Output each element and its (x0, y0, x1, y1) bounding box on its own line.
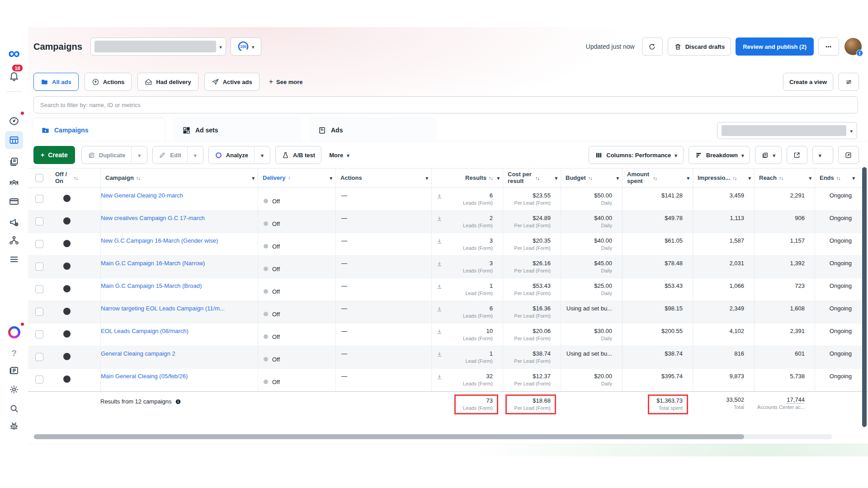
chevron-down-icon[interactable] (252, 175, 255, 182)
checkbox[interactable] (35, 375, 43, 384)
checkbox[interactable] (35, 263, 43, 271)
campaign-link[interactable]: New General Cleaing 20-march (101, 192, 250, 199)
discard-drafts-button[interactable]: Discard drafts (668, 38, 731, 56)
col-delivery[interactable]: Delivery (258, 169, 335, 188)
col-actions[interactable]: Actions (335, 169, 431, 188)
col-impressions[interactable]: Impressio... (693, 169, 754, 188)
row-select[interactable] (28, 346, 51, 368)
search-input[interactable] (33, 96, 858, 113)
col-off-on[interactable]: Off / On (51, 169, 100, 188)
col-budget[interactable]: Budget (561, 169, 622, 188)
updates-news-icon[interactable] (5, 361, 23, 380)
col-reach[interactable]: Reach (754, 169, 815, 188)
report-bug-icon[interactable] (5, 417, 23, 435)
row-select[interactable] (28, 278, 51, 300)
campaign-link[interactable]: EOL Leads Campaign (08/march) (101, 328, 250, 334)
see-more-button[interactable]: + See more (269, 78, 303, 86)
more-options-button[interactable] (818, 38, 839, 56)
settings-gear-icon[interactable] (5, 380, 23, 399)
filter-chip-actions[interactable]: Actions (85, 73, 132, 91)
create-button[interactable]: + Create (33, 146, 75, 164)
tab-ads[interactable]: Ads (310, 118, 436, 142)
help-icon[interactable]: ? (5, 344, 23, 362)
header-select-all[interactable] (28, 169, 51, 188)
chevron-down-icon[interactable] (687, 175, 689, 182)
more-menu-button[interactable]: More (329, 152, 349, 159)
info-icon[interactable] (175, 399, 181, 405)
campaign-link[interactable]: Narrow targeting EOL Leads Campaign (11/… (101, 305, 250, 312)
search-bubble-icon[interactable] (5, 399, 23, 418)
all-tools-menu-icon[interactable] (5, 250, 23, 268)
refresh-button[interactable] (642, 38, 663, 56)
download-icon[interactable] (432, 282, 445, 300)
campaign-link[interactable]: Main General Cleaing (05/feb/26) (101, 373, 250, 380)
col-cost-per-result[interactable]: Cost per result (503, 169, 561, 188)
open-in-charts-button[interactable] (838, 146, 859, 164)
ab-test-button[interactable]: A/B test (275, 146, 321, 164)
col-ends[interactable]: Ends (815, 169, 858, 188)
chevron-down-icon[interactable] (809, 175, 811, 182)
meta-logo-icon[interactable]: ∞ (8, 45, 20, 61)
download-icon[interactable] (432, 328, 445, 346)
checkbox[interactable] (35, 285, 43, 293)
download-icon[interactable] (432, 350, 445, 368)
download-icon[interactable] (432, 237, 445, 255)
download-icon[interactable] (432, 260, 445, 278)
duplicate-dropdown[interactable] (131, 146, 147, 164)
account-overview-gauge-icon[interactable] (5, 112, 23, 130)
audiences-icon[interactable] (5, 174, 23, 192)
filter-chip-active-ads[interactable]: Active ads (204, 73, 259, 91)
checkbox[interactable] (35, 240, 43, 248)
row-select[interactable] (28, 324, 51, 346)
ad-account-selector[interactable] (90, 38, 226, 56)
saved-view-selector[interactable] (717, 122, 857, 139)
campaign-link[interactable]: Main G.C Campaign 16-March (Narrow) (101, 260, 250, 267)
download-icon[interactable] (432, 305, 445, 323)
avatar[interactable]: f (844, 38, 862, 55)
download-icon[interactable] (432, 215, 445, 233)
filter-chip-had-delivery[interactable]: Had delivery (137, 73, 198, 91)
checkbox[interactable] (35, 330, 43, 338)
campaign-link[interactable]: Main G.C Campaign 15-March (Broad) (101, 282, 250, 289)
breakdown-button[interactable]: Breakdown (689, 146, 750, 164)
chevron-down-icon[interactable] (330, 175, 332, 182)
checkbox[interactable] (35, 195, 43, 203)
checkbox[interactable] (35, 217, 43, 225)
horizontal-scrollbar-track[interactable] (34, 434, 832, 439)
campaign-link[interactable]: General Cleaing campaign 2 (101, 350, 250, 357)
export-options-dropdown[interactable] (812, 146, 833, 164)
edit-button[interactable]: Edit (152, 146, 187, 164)
horizontal-scrollbar-thumb[interactable] (34, 434, 744, 439)
review-and-publish-button[interactable]: Review and publish (2) (736, 38, 814, 56)
analyze-button[interactable]: Analyze (208, 146, 254, 164)
reports-button[interactable] (755, 146, 782, 164)
row-select[interactable] (28, 188, 51, 210)
chevron-down-icon[interactable] (616, 175, 619, 182)
row-select[interactable] (28, 369, 51, 391)
row-select[interactable] (28, 301, 51, 323)
filter-chip-all-ads[interactable]: All ads (33, 73, 79, 91)
chevron-down-icon[interactable] (425, 175, 428, 182)
campaign-link[interactable]: New creatives Campaign G.C 17-march (101, 215, 250, 221)
view-settings-button[interactable] (838, 73, 859, 91)
checkbox[interactable] (35, 353, 43, 361)
sidebar-item-campaigns[interactable] (5, 131, 23, 149)
events-hierarchy-icon[interactable] (5, 231, 23, 249)
col-campaign[interactable]: Campaign (100, 169, 258, 188)
chevron-down-icon[interactable] (852, 175, 855, 182)
campaign-link[interactable]: New G.C Campaign 16-March (Gender wise) (101, 237, 250, 244)
create-a-view-button[interactable]: Create a view (783, 73, 833, 91)
chevron-down-icon[interactable] (748, 175, 751, 182)
columns-button[interactable]: Columns: Performance (589, 146, 684, 164)
tab-ad-sets[interactable]: Ad sets (174, 118, 301, 142)
export-button[interactable] (787, 146, 807, 164)
col-results[interactable]: Results (431, 169, 503, 188)
analyze-dropdown[interactable] (254, 146, 270, 164)
row-select[interactable] (28, 211, 51, 233)
chevron-down-icon[interactable] (497, 175, 500, 182)
download-icon[interactable] (432, 192, 445, 210)
row-select[interactable] (28, 233, 51, 255)
col-amount-spent[interactable]: Amount spent (622, 169, 693, 188)
meta-ai-icon[interactable] (5, 323, 23, 341)
duplicate-button[interactable]: Duplicate (81, 146, 132, 164)
